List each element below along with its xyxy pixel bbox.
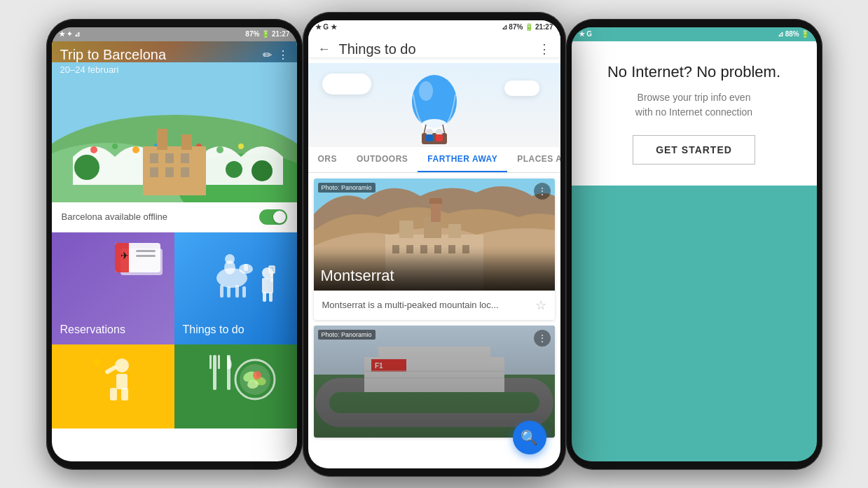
svg-rect-21 — [150, 167, 158, 177]
balloon-svg — [399, 70, 469, 147]
svg-rect-64 — [436, 134, 443, 141]
svg-rect-16 — [157, 129, 167, 150]
no-internet-text-section: No Internet? No problem. Browse your tri… — [572, 41, 817, 186]
svg-rect-42 — [121, 388, 128, 400]
things-label: Things to do — [183, 323, 289, 336]
edit-icon[interactable]: ✏ — [263, 48, 272, 62]
phone1-status-bar: ★ ✦ ⊿ 87% 🔋 21:27 — [52, 27, 297, 41]
montserrat-card[interactable]: Photo: Panoramio ⋮ Montserrat Montserrat… — [314, 179, 555, 320]
svg-point-12 — [74, 155, 99, 180]
phone-3-frame: ★ G ⊿ 88% 🔋 — [566, 19, 822, 470]
svg-point-10 — [216, 146, 223, 153]
things-header: ← Things to do ⋮ — [308, 34, 560, 57]
trip-dates: 20–24 februari — [60, 64, 289, 75]
svg-rect-36 — [269, 266, 275, 273]
svg-rect-38 — [269, 292, 273, 302]
photo-credit-circuit: Photo: Panoramio — [318, 330, 376, 340]
no-internet-subtitle: Browse your trip info evenwith no Intern… — [635, 90, 752, 120]
phone-1-screen: ★ ✦ ⊿ 87% 🔋 21:27 — [52, 27, 297, 461]
back-button[interactable]: ← — [318, 42, 331, 57]
circuit-image: F1 — [314, 326, 555, 438]
svg-point-39 — [115, 358, 129, 372]
reservations-card[interactable]: ✈ Reservations — [52, 232, 174, 344]
trip-title-row: Trip to Barcelona ✏ ⋮ — [60, 47, 289, 63]
circuit-card[interactable]: F1 — [314, 326, 555, 438]
phone-2-screen: ★ G ★ ⊿ 87% 🔋 21:27 ← Things to do ⋮ — [308, 20, 560, 468]
phone3-status-right: ⊿ 88% 🔋 — [778, 30, 810, 38]
more-icon[interactable]: ⋮ — [277, 48, 289, 62]
photo-credit-montserrat: Photo: Panoramio — [318, 183, 376, 193]
cards-grid: ✈ Reservations — [52, 232, 297, 428]
svg-point-14 — [226, 161, 242, 178]
tab-farther[interactable]: FARTHER AWAY — [418, 147, 507, 172]
phone-2-frame: ★ G ★ ⊿ 87% 🔋 21:27 ← Things to do ⋮ — [303, 12, 566, 477]
svg-rect-60 — [422, 133, 447, 144]
svg-rect-20 — [181, 153, 189, 163]
svg-point-13 — [252, 160, 273, 181]
svg-point-6 — [132, 146, 139, 153]
montserrat-image: Photo: Panoramio ⋮ Montserrat — [314, 179, 555, 291]
svg-rect-41 — [110, 388, 117, 400]
phone1-status-left: ★ ✦ ⊿ — [59, 30, 81, 38]
svg-rect-23 — [181, 167, 189, 177]
montserrat-more-btn[interactable]: ⋮ — [534, 183, 551, 200]
offline-toggle[interactable] — [259, 209, 287, 225]
svg-rect-28 — [227, 286, 230, 298]
trip-header-icons: ✏ ⋮ — [263, 48, 289, 62]
things-title: Things to do — [339, 41, 538, 57]
tab-places[interactable]: PLACES A-Z — [507, 147, 560, 172]
ticket-lines — [136, 250, 156, 257]
svg-rect-88 — [314, 326, 555, 438]
svg-rect-22 — [165, 167, 174, 177]
svg-rect-43 — [104, 365, 118, 375]
svg-point-4 — [90, 146, 97, 153]
phone3-status-left: ★ G — [579, 30, 593, 38]
card-bottom-left[interactable]: ★ — [52, 344, 174, 428]
svg-rect-40 — [116, 374, 128, 389]
things-card[interactable]: Things to do — [174, 232, 297, 344]
phone1-status-right: 87% 🔋 21:27 — [245, 30, 289, 38]
montserrat-bookmark[interactable]: ☆ — [535, 298, 546, 313]
ticket-illustration: ✈ — [115, 243, 164, 278]
tab-outdoors[interactable]: OUTDOORS — [347, 147, 418, 172]
svg-rect-30 — [242, 286, 246, 298]
circuit-more-btn[interactable]: ⋮ — [534, 330, 551, 347]
card-bottom-right[interactable] — [174, 344, 297, 428]
svg-point-56 — [419, 81, 433, 101]
montserrat-name: Montserrat — [314, 253, 555, 291]
cloud-1 — [322, 74, 371, 95]
tab-ors[interactable]: ORS — [308, 147, 347, 172]
svg-point-5 — [112, 144, 118, 149]
phone-1-frame: ★ ✦ ⊿ 87% 🔋 21:27 — [46, 19, 303, 470]
montserrat-desc-row: Montserrat is a multi-peaked mountain lo… — [314, 291, 555, 320]
reservations-label: Reservations — [60, 323, 166, 336]
get-started-button[interactable]: GET STARTED — [633, 135, 755, 165]
svg-rect-18 — [150, 153, 158, 163]
search-fab[interactable]: 🔍 — [513, 421, 546, 454]
phone-3-screen: ★ G ⊿ 88% 🔋 — [572, 27, 817, 461]
phone2-status-left: ★ G ★ — [315, 23, 337, 31]
svg-rect-19 — [165, 153, 174, 163]
ticket-bg: ✈ — [115, 243, 160, 272]
offline-label: Barcelona available offline — [62, 211, 168, 222]
places-list: Photo: Panoramio ⋮ Montserrat Montserrat… — [308, 173, 560, 443]
phones-container: ★ ✦ ⊿ 87% 🔋 21:27 — [0, 0, 868, 488]
phone3-status-bar: ★ G ⊿ 88% 🔋 — [572, 27, 817, 41]
ticket-plane-icon: ✈ — [120, 250, 129, 261]
svg-rect-37 — [263, 292, 266, 302]
svg-point-11 — [238, 144, 244, 149]
svg-rect-62 — [426, 134, 433, 141]
svg-rect-17 — [181, 134, 192, 150]
things-more-icon[interactable]: ⋮ — [538, 41, 551, 57]
trip-header-content: Trip to Barcelona ✏ ⋮ 20–24 februari — [52, 41, 297, 75]
svg-rect-47 — [218, 355, 220, 369]
svg-rect-29 — [235, 285, 239, 298]
phone2-status-right: ⊿ 87% 🔋 21:27 — [502, 23, 553, 31]
barcelona-illustration — [52, 62, 297, 202]
phone2-status-bar: ★ G ★ ⊿ 87% 🔋 21:27 — [308, 20, 560, 34]
things-top-row: ← Things to do ⋮ — [318, 41, 551, 57]
svg-point-32 — [225, 254, 235, 264]
trip-title: Trip to Barcelona — [60, 47, 167, 63]
svg-rect-27 — [220, 285, 223, 298]
svg-rect-26 — [244, 264, 248, 271]
